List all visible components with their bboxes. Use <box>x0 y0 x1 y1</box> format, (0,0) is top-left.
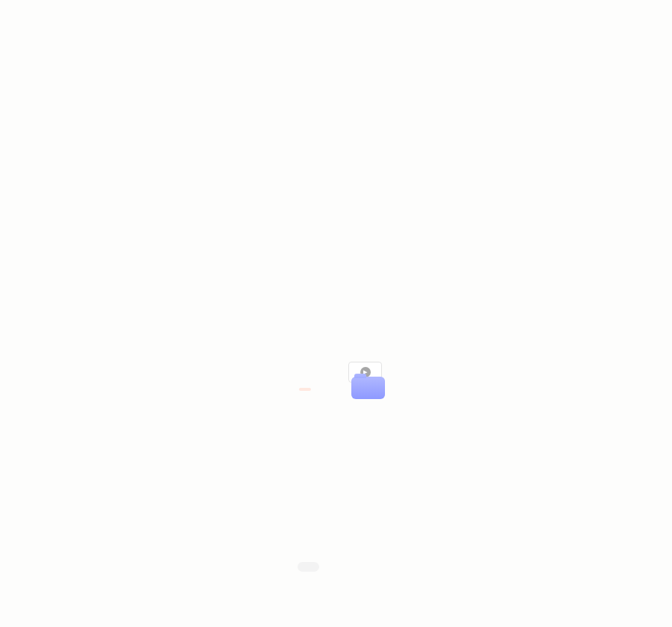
tag-secondary <box>298 562 319 572</box>
tag-latest-videos[interactable] <box>299 388 311 391</box>
